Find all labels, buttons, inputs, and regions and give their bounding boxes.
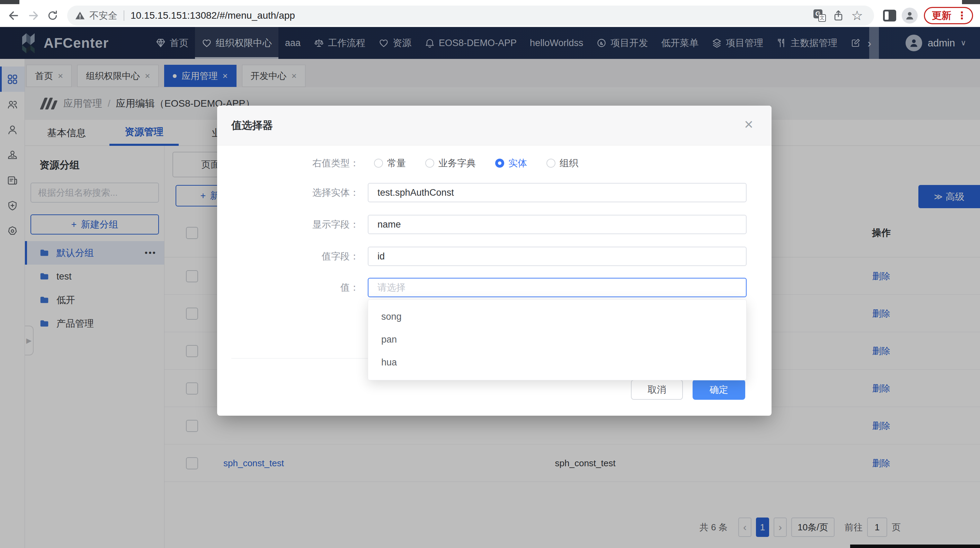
dialog-footer: 取消 确定 bbox=[217, 380, 745, 400]
radio-icon bbox=[546, 159, 555, 168]
radio-icon bbox=[425, 159, 434, 168]
dialog-close-icon[interactable]: × bbox=[738, 114, 759, 135]
omnibox-divider bbox=[124, 10, 124, 21]
browser-toolbar: 不安全 10.15.15.151:13082/#/menu_auth/app G… bbox=[0, 4, 980, 27]
browser-profile-avatar[interactable] bbox=[902, 8, 918, 24]
dialog-header: 值选择器 × bbox=[217, 106, 772, 145]
radio-group-label: 右值类型： bbox=[217, 157, 359, 169]
back-icon[interactable] bbox=[4, 6, 24, 25]
browser-update-button[interactable]: 更新 ⋮ bbox=[924, 7, 973, 24]
cancel-button[interactable]: 取消 bbox=[631, 380, 683, 400]
reload-icon[interactable] bbox=[43, 6, 62, 25]
tabstrip-edge-left bbox=[0, 0, 19, 4]
radio-label: 业务字典 bbox=[438, 157, 476, 169]
security-label: 不安全 bbox=[89, 10, 118, 22]
display-field-row: 显示字段： bbox=[217, 215, 772, 234]
right-value-type-row: 右值类型： 常量 业务字典 实体 组织 bbox=[217, 153, 772, 173]
update-label: 更新 bbox=[932, 9, 951, 22]
bookmark-star-icon[interactable]: ☆ bbox=[848, 6, 866, 25]
field-label: 显示字段： bbox=[217, 218, 359, 231]
sidepanel-toggle-icon[interactable] bbox=[883, 10, 896, 21]
screen: 不安全 10.15.15.151:13082/#/menu_auth/app G… bbox=[0, 0, 980, 548]
radio-label: 实体 bbox=[508, 157, 527, 169]
translate-icon[interactable]: G文 bbox=[810, 6, 829, 25]
value-row: 值： bbox=[217, 278, 772, 297]
radio-group: 常量 业务字典 实体 组织 bbox=[374, 157, 578, 169]
display-field-input[interactable] bbox=[368, 215, 746, 234]
forward-icon[interactable] bbox=[24, 6, 43, 25]
browser-tabstrip bbox=[0, 0, 980, 4]
radio-entity[interactable]: 实体 bbox=[495, 157, 527, 169]
radio-label: 常量 bbox=[387, 157, 406, 169]
field-label: 值字段： bbox=[217, 250, 359, 263]
entity-input[interactable] bbox=[368, 183, 746, 202]
tabstrip-edge-right bbox=[962, 0, 980, 4]
value-dropdown: song pan hua bbox=[368, 299, 746, 380]
dialog-title: 值选择器 bbox=[231, 118, 273, 133]
confirm-button[interactable]: 确定 bbox=[692, 380, 745, 400]
share-icon[interactable] bbox=[829, 6, 848, 25]
value-field-row: 值字段： bbox=[217, 247, 772, 266]
radio-organization[interactable]: 组织 bbox=[546, 157, 578, 169]
form-divider bbox=[231, 358, 368, 358]
security-chip[interactable]: 不安全 bbox=[75, 10, 118, 22]
warning-icon bbox=[75, 10, 85, 21]
radio-constant[interactable]: 常量 bbox=[374, 157, 406, 169]
dropdown-option-hua[interactable]: hua bbox=[368, 351, 746, 374]
radio-icon bbox=[495, 159, 504, 168]
dropdown-option-song[interactable]: song bbox=[368, 305, 746, 328]
url-text[interactable]: 10.15.15.151:13082/#/menu_auth/app bbox=[130, 10, 810, 21]
radio-label: 组织 bbox=[560, 157, 578, 169]
field-label: 选择实体： bbox=[217, 186, 359, 199]
field-label: 值： bbox=[217, 281, 359, 294]
dropdown-option-pan[interactable]: pan bbox=[368, 328, 746, 351]
select-entity-row: 选择实体： bbox=[217, 183, 772, 202]
value-select-input[interactable] bbox=[368, 278, 746, 297]
value-field-input[interactable] bbox=[368, 247, 746, 266]
address-bar[interactable]: 不安全 10.15.15.151:13082/#/menu_auth/app G… bbox=[67, 6, 874, 25]
browser-menu-icon[interactable]: ⋮ bbox=[957, 10, 967, 21]
radio-business-dict[interactable]: 业务字典 bbox=[425, 157, 476, 169]
radio-icon bbox=[374, 159, 383, 168]
